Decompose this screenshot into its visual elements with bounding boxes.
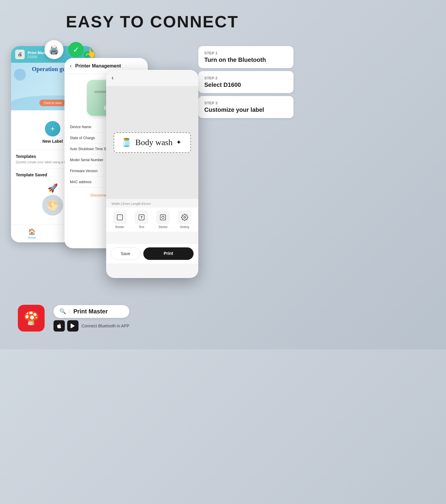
svg-point-4 [162, 216, 164, 219]
sticker-icon [156, 211, 170, 224]
rocket-emoji: 🚀 [48, 183, 58, 193]
phone3-header: ‹ [106, 70, 198, 86]
step-3-num: STEP 3 [204, 101, 288, 105]
step-3-desc: Customize your label [204, 106, 288, 113]
mac-label: MAC address [70, 180, 92, 184]
tool-bar: Border T Text [106, 207, 198, 232]
dimensions-text: Width:12mm Length:61mm [112, 202, 193, 205]
text-label: Text [139, 225, 144, 229]
phones-area: 🖨️ ✓ 👆 🖨 Print Master D1600 🖨 ✓ Operatio… [11, 46, 189, 290]
moon-circle: 🌕 [42, 195, 63, 216]
label-dimensions: Width:12mm Length:61mm [106, 199, 198, 207]
svg-point-5 [184, 216, 186, 218]
click-to-view-btn[interactable]: Click to view [39, 100, 66, 106]
label-editor-canvas[interactable]: 🫙 Body wash ✦ [106, 86, 198, 199]
printer-thumbnail: 🖨 [15, 50, 25, 59]
nav-home-label: Home [28, 236, 36, 239]
step-3-card: STEP 3 Customize your label [198, 96, 293, 118]
setting-tool[interactable]: Setting [178, 211, 191, 229]
check-icon-float: ✓ [68, 42, 84, 57]
text-tool[interactable]: T Text [135, 211, 148, 229]
setting-label: Setting [180, 225, 189, 229]
store-text: Connect Bluetooth in APP [81, 324, 129, 328]
plus-icon: + [51, 125, 55, 133]
play-store-badge[interactable] [67, 320, 78, 332]
firmware-label: Firmware Version [70, 169, 98, 173]
svg-rect-0 [117, 215, 123, 220]
step-1-card: STEP 1 Turn on the Bluetooth [198, 46, 293, 68]
text-icon: T [135, 211, 148, 224]
sticker-label: Sticker [158, 225, 168, 229]
phone-label-editor: ‹ 🫙 Body wash ✦ Width:12mm Length:61mm [106, 70, 198, 278]
app-name-text: Print Master [73, 308, 108, 315]
charge-label: State of Charge [70, 136, 95, 140]
setting-icon [178, 211, 191, 224]
step-1-desc: Turn on the Bluetooth [204, 56, 288, 63]
svg-rect-3 [160, 215, 166, 220]
border-icon [113, 211, 127, 224]
app-icon: 🍄 [18, 305, 45, 332]
app-info: 🔍 | Print Master Connect Bluetooth in AP… [54, 305, 129, 332]
store-row: Connect Bluetooth in APP [54, 320, 129, 332]
app-name-bar: 🔍 | Print Master [54, 305, 129, 318]
steps-panel: STEP 1 Turn on the Bluetooth STEP 2 Sele… [198, 46, 293, 118]
body-wash-label-text: Body wash [135, 138, 172, 147]
step-2-num: STEP 2 [204, 76, 288, 80]
bottom-section: 🍄 🔍 | Print Master Connect Bluetooth [6, 305, 299, 332]
svg-text:T: T [140, 216, 142, 219]
home-icon: 🏠 [28, 228, 36, 235]
nav-home[interactable]: 🏠 Home [11, 225, 53, 242]
search-icon: 🔍 [59, 308, 66, 315]
border-tool[interactable]: Border [113, 211, 127, 229]
main-title: EASY TO CONNECT [66, 12, 238, 31]
step-2-card: STEP 2 Select D1600 [198, 71, 293, 93]
back-arrow-icon[interactable]: ‹ [70, 63, 72, 69]
new-label-circle: + [45, 121, 60, 136]
printer-mgmt-title: Printer Management [75, 63, 121, 69]
sticker-tool[interactable]: Sticker [156, 211, 170, 229]
sparkle-icon: ✦ [176, 139, 181, 146]
bubble-deco-1 [14, 69, 26, 81]
print-button[interactable]: Print [143, 247, 194, 260]
hand-cursor-icon: 👆 [86, 48, 97, 58]
back-arrow-icon-3[interactable]: ‹ [112, 74, 114, 82]
step-1-num: STEP 1 [204, 51, 288, 55]
device-name-label: Device Name [70, 125, 91, 129]
phone3-footer: Save Print [106, 244, 198, 263]
divider: | [69, 308, 70, 315]
store-badges [54, 320, 78, 332]
content-row: 🖨️ ✓ 👆 🖨 Print Master D1600 🖨 ✓ Operatio… [6, 46, 299, 290]
bluetooth-connection-icons: 🖨️ ✓ 👆 [45, 40, 97, 59]
serial-label: Model Serial Number [70, 158, 103, 162]
step-2-desc: Select D1600 [204, 81, 288, 88]
new-label-text: New Label [42, 139, 63, 144]
save-button[interactable]: Save [111, 247, 140, 260]
label-preview: 🫙 Body wash ✦ [114, 132, 191, 153]
body-wash-icon: 🫙 [121, 138, 132, 147]
printer-icon-float: 🖨️ [45, 40, 64, 59]
border-label: Border [115, 225, 124, 229]
spacer [106, 232, 198, 244]
apple-store-badge[interactable] [54, 320, 65, 332]
